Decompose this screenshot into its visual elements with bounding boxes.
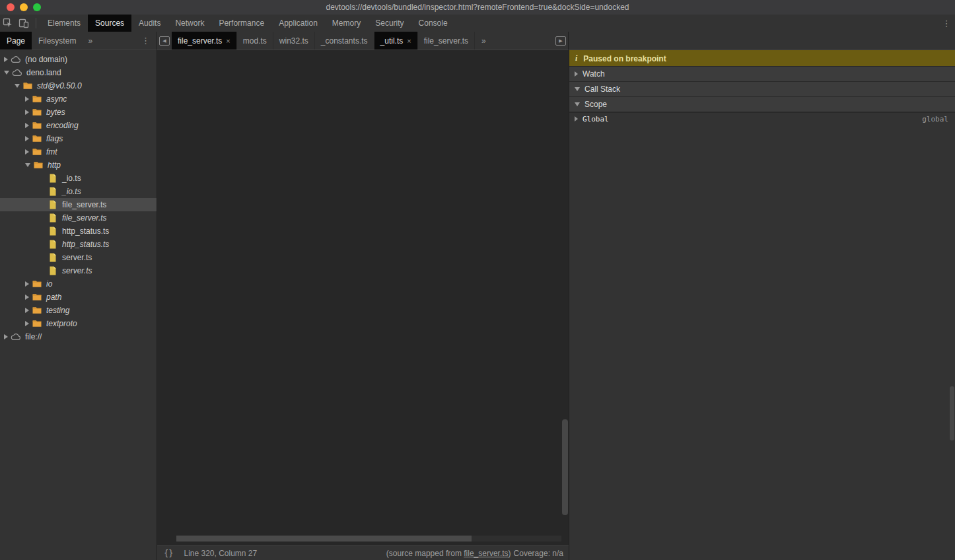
chevron-down-icon[interactable]: [15, 84, 20, 88]
file-icon: [48, 213, 58, 223]
editor-vertical-scrollbar[interactable]: [562, 419, 568, 515]
chevron-right-icon[interactable]: [25, 123, 29, 128]
tree-item-server-ts[interactable]: server.ts: [0, 264, 157, 277]
main-tab-network[interactable]: Network: [168, 15, 211, 32]
close-tab-icon[interactable]: ×: [226, 37, 230, 45]
tree-item-label: server.ts: [62, 253, 92, 262]
folder-icon: [32, 94, 42, 104]
tree-item-file[interactable]: file://: [0, 330, 157, 343]
navigator-menu-icon[interactable]: ⋮: [135, 32, 157, 50]
tree-item-label: http_status.ts: [62, 240, 109, 249]
file-icon: [48, 186, 58, 197]
nav-tab-page[interactable]: Page: [0, 32, 32, 50]
main-tab-audits[interactable]: Audits: [131, 15, 168, 32]
navigator-more-tabs-icon[interactable]: »: [83, 32, 98, 50]
tree-item-io-ts[interactable]: _io.ts: [0, 185, 157, 198]
tree-item-label: http: [48, 160, 61, 170]
chevron-down-icon: [575, 102, 580, 106]
chevron-right-icon[interactable]: [25, 136, 29, 141]
editor-tab-util-ts[interactable]: _util.ts×: [374, 32, 418, 50]
editor-tab-mod-ts[interactable]: mod.ts: [237, 32, 273, 50]
chevron-right-icon[interactable]: [25, 321, 29, 326]
editor-horizontal-scrollbar[interactable]: [176, 536, 561, 542]
tree-item-file-server-ts[interactable]: file_server.ts: [0, 198, 157, 211]
tree-item-io[interactable]: io: [0, 277, 157, 291]
device-toolbar-icon[interactable]: [16, 15, 32, 32]
main-tab-sources[interactable]: Sources: [88, 15, 131, 32]
call-stack-section-header[interactable]: Call Stack: [569, 81, 955, 97]
chevron-right-icon[interactable]: [25, 295, 29, 300]
tree-item-std-v0-50-0[interactable]: std@v0.50.0: [0, 79, 157, 92]
main-tab-performance[interactable]: Performance: [211, 15, 271, 32]
folder-icon: [32, 292, 42, 302]
source-map-link[interactable]: file_server.ts: [464, 549, 508, 558]
main-tab-memory[interactable]: Memory: [325, 15, 368, 32]
main-toolbar: ElementsSourcesAuditsNetworkPerformanceA…: [0, 15, 955, 32]
editor-tab-label: win32.ts: [279, 36, 308, 46]
toolbar-divider: [36, 18, 36, 28]
tree-item-label: std@v0.50.0: [37, 81, 82, 90]
tree-item-bytes[interactable]: bytes: [0, 106, 157, 119]
tree-item-server-ts[interactable]: server.ts: [0, 251, 157, 264]
show-debugger-panel-icon[interactable]: ▶: [553, 32, 568, 50]
chevron-right-icon[interactable]: [4, 57, 8, 62]
main-tab-elements[interactable]: Elements: [40, 15, 88, 32]
folder-icon: [22, 81, 33, 91]
tree-item-http[interactable]: http: [0, 158, 157, 172]
tree-item-no-domain[interactable]: (no domain): [0, 53, 157, 66]
devtools-window: devtools://devtools/bundled/inspector.ht…: [0, 0, 955, 560]
chevron-right-icon[interactable]: [4, 334, 8, 339]
tree-item-http-status-ts[interactable]: http_status.ts: [0, 238, 157, 251]
call-stack-label: Call Stack: [584, 85, 620, 94]
main-tab-application[interactable]: Application: [271, 15, 325, 32]
main-tab-security[interactable]: Security: [368, 15, 411, 32]
chevron-right-icon[interactable]: [25, 96, 29, 102]
tree-item-label: async: [46, 94, 67, 104]
tree-item-http-status-ts[interactable]: http_status.ts: [0, 225, 157, 238]
chevron-right-icon[interactable]: [25, 110, 29, 115]
chevron-down-icon[interactable]: [25, 163, 30, 167]
source-map-prefix: (source mapped from: [386, 549, 464, 558]
tree-item-path[interactable]: path: [0, 291, 157, 304]
chevron-right-icon: [575, 116, 578, 122]
editor-tab-win32-ts[interactable]: win32.ts: [273, 32, 315, 50]
tree-item-async[interactable]: async: [0, 92, 157, 106]
tree-item-file-server-ts[interactable]: file_server.ts: [0, 211, 157, 225]
tree-item-fmt[interactable]: fmt: [0, 145, 157, 158]
tree-item-label: flags: [46, 134, 63, 143]
pretty-print-button[interactable]: {}: [157, 549, 180, 558]
watch-section-header[interactable]: Watch: [569, 66, 955, 82]
panel-scrollbar[interactable]: [950, 386, 954, 440]
scrollbar-thumb[interactable]: [176, 536, 472, 542]
close-window-button[interactable]: [7, 3, 15, 11]
scope-global-row[interactable]: Global global: [569, 112, 955, 125]
main-tab-console[interactable]: Console: [411, 15, 455, 32]
editor-tab-constants-ts[interactable]: _constants.ts: [315, 32, 374, 50]
debugger-sidebar: i Paused on breakpoint Watch Call Stack …: [569, 50, 955, 560]
cursor-position-label: Line 320, Column 27: [180, 549, 257, 558]
chevron-right-icon[interactable]: [25, 308, 29, 313]
editor-tab-file-server-ts[interactable]: file_server.ts×: [172, 32, 237, 50]
editor-more-tabs-icon[interactable]: »: [475, 32, 493, 50]
minimize-window-button[interactable]: [20, 3, 28, 11]
file-icon: [48, 173, 58, 184]
inspect-cursor-icon[interactable]: [0, 15, 16, 32]
chevron-down-icon[interactable]: [4, 71, 9, 75]
tree-item-flags[interactable]: flags: [0, 132, 157, 145]
chevron-right-icon[interactable]: [25, 281, 29, 287]
editor-tab-file-server-ts[interactable]: file_server.ts: [418, 32, 475, 50]
tree-item-encoding[interactable]: encoding: [0, 119, 157, 132]
scope-section-header[interactable]: Scope: [569, 96, 955, 112]
folder-icon: [32, 133, 42, 144]
nav-tab-filesystem[interactable]: Filesystem: [32, 32, 83, 50]
zoom-window-button[interactable]: [33, 3, 41, 11]
tree-item-textproto[interactable]: textproto: [0, 317, 157, 330]
close-tab-icon[interactable]: ×: [407, 37, 411, 45]
tree-item-io-ts[interactable]: _io.ts: [0, 172, 157, 185]
main-menu-icon[interactable]: ⋮: [938, 15, 955, 32]
tree-item-label: http_status.ts: [62, 227, 109, 236]
chevron-right-icon[interactable]: [25, 149, 29, 155]
hide-navigator-icon[interactable]: ◀: [157, 32, 172, 50]
tree-item-deno-land[interactable]: deno.land: [0, 66, 157, 79]
tree-item-testing[interactable]: testing: [0, 304, 157, 317]
